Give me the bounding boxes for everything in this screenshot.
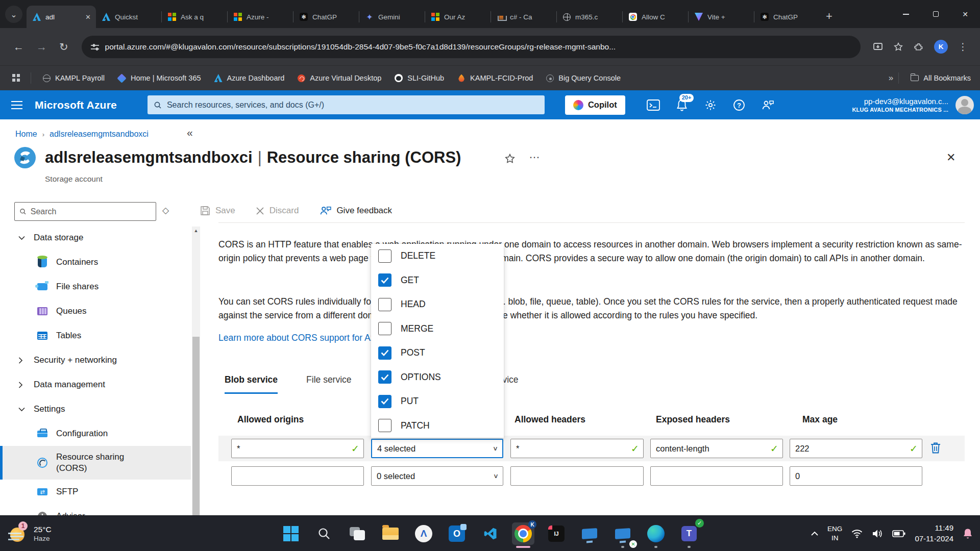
browser-menu-icon[interactable]: ⋮ [958, 41, 968, 53]
method-option-merge[interactable]: MERGE [371, 317, 504, 341]
reload-button[interactable]: ↻ [59, 41, 68, 53]
method-option-post[interactable]: POST [371, 341, 504, 365]
delete-rule-icon[interactable] [930, 442, 941, 454]
help-icon[interactable]: ? [732, 98, 746, 112]
browser-tab[interactable]: Azure - [228, 6, 293, 28]
forward-button[interactable]: → [36, 41, 47, 53]
method-option-get[interactable]: GET [371, 268, 504, 293]
sidebar-item-containers[interactable]: Containers [0, 250, 191, 274]
weather-widget[interactable]: 1 25°C Haze [8, 523, 110, 544]
edge-icon[interactable] [645, 522, 667, 545]
checkbox[interactable] [378, 370, 391, 384]
bookmark-item[interactable]: Azure Virtual Desktop [298, 74, 381, 82]
bookmark-item[interactable]: SLI-GitHub [395, 74, 444, 82]
checkbox[interactable] [378, 346, 391, 360]
browser-tab[interactable]: c# - Ca [491, 6, 556, 28]
exposed-headers-input[interactable] [656, 444, 767, 454]
copilot-button[interactable]: Copilot [565, 95, 625, 115]
checkbox[interactable] [378, 298, 391, 311]
scrollbar-thumb[interactable] [192, 337, 200, 515]
bookmark-item[interactable]: Home | Microsoft 365 [118, 74, 201, 82]
clock[interactable]: 11:49 07-11-2024 [915, 523, 953, 544]
notifications-bell-icon[interactable]: 20+ [675, 98, 689, 112]
wifi-icon[interactable] [851, 529, 863, 538]
intellij-icon[interactable]: IJ [545, 522, 568, 545]
sidebar-item-configuration[interactable]: Configuration [0, 421, 191, 446]
url-text[interactable]: portal.azure.com/#@klugavalon.com/resour… [105, 42, 616, 52]
minimize-button[interactable] [891, 0, 921, 28]
more-options-icon[interactable]: … [529, 148, 541, 161]
profile-avatar[interactable]: K [934, 40, 948, 54]
tab-file-service[interactable]: File service [306, 374, 352, 394]
azure-brand[interactable]: Microsoft Azure [35, 99, 117, 111]
tab-close-icon[interactable]: ✕ [85, 13, 91, 21]
teams-icon[interactable]: T✓ [678, 522, 700, 545]
volume-icon[interactable] [872, 529, 883, 538]
sidebar-group-security-networking[interactable]: Security + networking [0, 348, 191, 372]
checkbox[interactable] [378, 249, 391, 263]
install-app-icon[interactable] [873, 42, 883, 52]
diamond-icon[interactable]: ◇ [162, 205, 169, 216]
max-age-input[interactable] [795, 471, 918, 481]
sidebar-search-box[interactable] [14, 202, 156, 221]
give-feedback-button[interactable]: Give feedback [319, 206, 392, 216]
battery-icon[interactable] [892, 530, 905, 537]
maximize-button[interactable] [921, 0, 950, 28]
method-option-patch[interactable]: PATCH [371, 414, 504, 438]
sidebar-group-data-storage[interactable]: Data storage [0, 226, 191, 250]
max-age-input[interactable] [795, 444, 906, 454]
remote-desktop-icon[interactable] [578, 522, 601, 545]
hidden-icons-chevron[interactable] [811, 531, 818, 536]
browser-tab[interactable]: Ask a q [162, 6, 227, 28]
sidebar-item-resource-sharing-cors[interactable]: Resource sharing (CORS) [0, 446, 191, 480]
browser-tab[interactable]: ✦ Gemini [359, 6, 425, 28]
task-view-button[interactable] [346, 522, 369, 545]
all-bookmarks-button[interactable]: All Bookmarks [911, 74, 971, 82]
taskbar-search-button[interactable] [313, 522, 335, 545]
sidebar-item-queues[interactable]: Queues [0, 299, 191, 323]
max-age-field[interactable] [790, 466, 922, 486]
checkbox[interactable] [378, 273, 391, 287]
account-info[interactable]: pp-dev3@klugavalon.c... KLUG AVALON MECH… [852, 96, 948, 114]
bookmark-item[interactable]: KAMPL-FCID-Prod [457, 74, 533, 82]
window-close-button[interactable]: ✕ [950, 0, 980, 28]
apps-grid-icon[interactable] [12, 74, 20, 82]
method-option-delete[interactable]: DELETE [371, 244, 504, 268]
cloud-shell-icon[interactable] [647, 98, 660, 112]
notification-bell-icon[interactable] [963, 528, 973, 539]
compass-app-icon[interactable]: Λ [412, 522, 435, 545]
exposed-headers-input[interactable] [656, 471, 778, 481]
exposed-headers-field[interactable] [650, 466, 783, 486]
blade-close-icon[interactable]: ✕ [946, 151, 955, 164]
method-option-options[interactable]: OPTIONS [371, 365, 504, 390]
sidebar-item-sftp[interactable]: ⇄ SFTP [0, 480, 191, 504]
allowed-methods-select[interactable]: 0 selected ∨ [371, 466, 503, 486]
sidebar-group-data-management[interactable]: Data management [0, 372, 191, 397]
breadcrumb-current-link[interactable]: adlsreleasemgmtsandboxci [50, 130, 149, 139]
allowed-headers-input[interactable] [516, 471, 639, 481]
browser-tab[interactable]: ✻ ChatGP [754, 6, 820, 28]
allowed-methods-select[interactable]: 4 selected ∨ [371, 439, 503, 458]
allowed-origins-field[interactable]: ✓ [231, 439, 364, 458]
allowed-origins-field[interactable] [231, 466, 364, 486]
bookmark-item[interactable]: Big Query Console [546, 74, 621, 82]
site-info-icon[interactable] [91, 43, 99, 51]
sidebar-group-settings[interactable]: Settings [0, 397, 191, 421]
discard-button[interactable]: Discard [256, 206, 299, 216]
method-option-head[interactable]: HEAD [371, 292, 504, 317]
browser-tab[interactable]: Allow C [623, 6, 688, 28]
start-button[interactable] [280, 522, 302, 545]
allowed-headers-field[interactable] [510, 466, 644, 486]
bookmark-star-icon[interactable] [893, 42, 903, 52]
max-age-field[interactable]: ✓ [790, 439, 922, 458]
method-option-put[interactable]: PUT [371, 389, 504, 414]
allowed-headers-input[interactable] [516, 444, 628, 454]
checkbox[interactable] [378, 395, 391, 408]
allowed-origins-input[interactable] [237, 471, 359, 481]
sidebar-item-file-shares[interactable]: File shares [0, 274, 191, 299]
outlook-icon[interactable]: O [446, 522, 468, 545]
browser-tab[interactable]: ✻ ChatGP [293, 6, 359, 28]
back-button[interactable]: ← [13, 41, 24, 53]
browser-tab[interactable]: Vite + [689, 6, 754, 28]
tab-blob-service[interactable]: Blob service [225, 374, 278, 394]
